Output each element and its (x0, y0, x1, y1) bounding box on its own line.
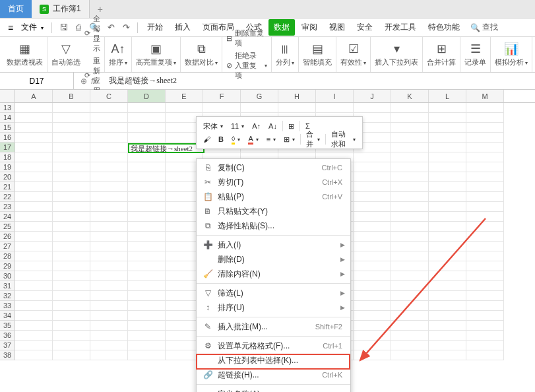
cell-b19[interactable] (53, 162, 90, 172)
cell-b34[interactable] (53, 311, 90, 321)
ribbon-del-dup[interactable]: ⊟删除重复项 (226, 27, 267, 49)
context-menu-item-6[interactable]: ➕插入(I)▶ (197, 238, 350, 252)
context-menu-item-7[interactable]: 删除(D)▶ (197, 252, 350, 267)
context-menu-item-17[interactable]: 🔗超链接(H)...Ctrl+K (197, 368, 350, 382)
cell-b25[interactable] (53, 222, 90, 232)
context-menu-item-2[interactable]: 📋粘贴(P)Ctrl+V (197, 189, 350, 204)
menu-review[interactable]: 审阅 (296, 22, 323, 33)
ribbon-record[interactable]: ☰记录单 (460, 37, 491, 72)
context-menu-item-8[interactable]: 🧹清除内容(N)▶ (197, 267, 350, 281)
cell-a34[interactable] (15, 311, 53, 321)
cell-m38[interactable] (466, 350, 504, 360)
cell-h13[interactable] (278, 103, 316, 113)
cell-d37[interactable] (128, 341, 166, 350)
cell-k37[interactable] (391, 341, 429, 350)
cell-l14[interactable] (429, 113, 466, 123)
cell-b26[interactable] (53, 232, 90, 242)
cell-b31[interactable] (53, 281, 90, 291)
cell-b33[interactable] (53, 301, 90, 311)
cell-m23[interactable] (466, 202, 504, 212)
cell-c38[interactable] (90, 350, 128, 360)
cell-c28[interactable] (90, 251, 128, 261)
cell-d32[interactable] (128, 291, 166, 301)
cell-m30[interactable] (466, 271, 504, 281)
cell-d36[interactable] (128, 331, 166, 341)
cell-a24[interactable] (15, 212, 53, 222)
cell-c23[interactable] (90, 202, 128, 212)
row-header-14[interactable]: 14 (0, 113, 15, 123)
cell-l34[interactable] (429, 311, 466, 321)
autosum-label[interactable]: 自动求和▾ (329, 129, 358, 150)
cell-m22[interactable] (466, 192, 504, 202)
cell-k18[interactable] (391, 152, 429, 162)
col-header-a[interactable]: A (15, 90, 53, 102)
cell-j19[interactable] (354, 162, 391, 172)
format-painter-icon[interactable]: 🖌 (201, 135, 213, 144)
ribbon-text-to-col[interactable]: ⫼分列▾ (272, 37, 299, 72)
cell-a28[interactable] (15, 251, 53, 261)
context-menu-item-15[interactable]: ⚙设置单元格格式(F)...Ctrl+1 (197, 339, 350, 353)
cell-m35[interactable] (466, 321, 504, 331)
cell-k31[interactable] (391, 281, 429, 291)
cell-l15[interactable] (429, 123, 466, 133)
cell-m20[interactable] (466, 172, 504, 182)
cell-d35[interactable] (128, 321, 166, 331)
cell-k17[interactable] (391, 143, 429, 152)
cell-a25[interactable] (15, 222, 53, 232)
cell-b23[interactable] (53, 202, 90, 212)
cell-c33[interactable] (90, 301, 128, 311)
cell-l24[interactable] (429, 212, 466, 222)
cell-d33[interactable] (128, 301, 166, 311)
cell-m18[interactable] (466, 152, 504, 162)
cell-d31[interactable] (128, 281, 166, 291)
cell-a22[interactable] (15, 192, 53, 202)
cell-b27[interactable] (53, 242, 90, 251)
cell-l35[interactable] (429, 321, 466, 331)
cell-a37[interactable] (15, 341, 53, 350)
cell-b35[interactable] (53, 321, 90, 331)
cell-l29[interactable] (429, 261, 466, 271)
cell-c34[interactable] (90, 311, 128, 321)
col-header-c[interactable]: C (90, 90, 128, 102)
cell-d21[interactable] (128, 182, 166, 192)
cell-j37[interactable] (354, 341, 391, 350)
cell-k24[interactable] (391, 212, 429, 222)
cell-l38[interactable] (429, 350, 466, 360)
cell-l31[interactable] (429, 281, 466, 291)
menu-data[interactable]: 数据 (268, 19, 295, 36)
cell-k25[interactable] (391, 222, 429, 232)
cell-d18[interactable] (128, 152, 166, 162)
col-header-m[interactable]: M (466, 90, 504, 102)
increase-font-icon[interactable]: A↑ (249, 121, 263, 131)
cell-m19[interactable] (466, 162, 504, 172)
cell-j13[interactable] (354, 103, 391, 113)
cell-d22[interactable] (128, 192, 166, 202)
cell-c27[interactable] (90, 242, 128, 251)
cell-l30[interactable] (429, 271, 466, 281)
cell-l16[interactable] (429, 133, 466, 143)
cell-m27[interactable] (466, 242, 504, 251)
cell-c21[interactable] (90, 182, 128, 192)
col-header-d[interactable]: D (128, 90, 166, 102)
menu-insert[interactable]: 插入 (170, 22, 196, 33)
cell-m14[interactable] (466, 113, 504, 123)
cell-j29[interactable] (354, 261, 391, 271)
home-tab[interactable]: 首页 (0, 0, 32, 18)
context-menu-item-11[interactable]: ↕排序(U)▶ (197, 300, 350, 315)
menu-dev-tools[interactable]: 开发工具 (379, 22, 422, 33)
cell-a35[interactable] (15, 321, 53, 331)
cell-c17[interactable] (90, 143, 128, 152)
col-header-b[interactable]: B (53, 90, 90, 102)
font-name-select[interactable]: 宋体 ▾ (201, 121, 226, 132)
cell-a31[interactable] (15, 281, 53, 291)
font-size-select[interactable]: 11 ▾ (228, 121, 247, 131)
file-menu[interactable]: 文件 ▾ (17, 22, 47, 33)
cell-c31[interactable] (90, 281, 128, 291)
cell-l22[interactable] (429, 192, 466, 202)
cell-a33[interactable] (15, 301, 53, 311)
cell-d20[interactable] (128, 172, 166, 182)
save-icon[interactable]: 🖫 (56, 22, 71, 32)
cell-m21[interactable] (466, 182, 504, 192)
cell-b21[interactable] (53, 182, 90, 192)
workbook-tab[interactable]: S 工作簿1 (32, 0, 90, 18)
